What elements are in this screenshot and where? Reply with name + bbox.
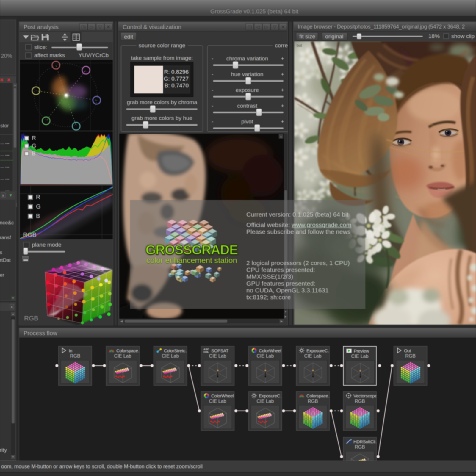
svg-text:R: R — [36, 194, 40, 200]
svg-text:G: G — [36, 203, 41, 210]
svg-text:RGB: RGB — [24, 314, 38, 322]
svg-text:G: G — [32, 143, 36, 149]
svg-text:R: R — [32, 135, 36, 141]
svg-text:RGB: RGB — [23, 231, 37, 238]
svg-text:CDL: CDL — [203, 350, 209, 353]
svg-text:B: B — [32, 150, 36, 156]
svg-text:B: B — [36, 213, 40, 219]
svg-text:but: but — [297, 43, 302, 48]
